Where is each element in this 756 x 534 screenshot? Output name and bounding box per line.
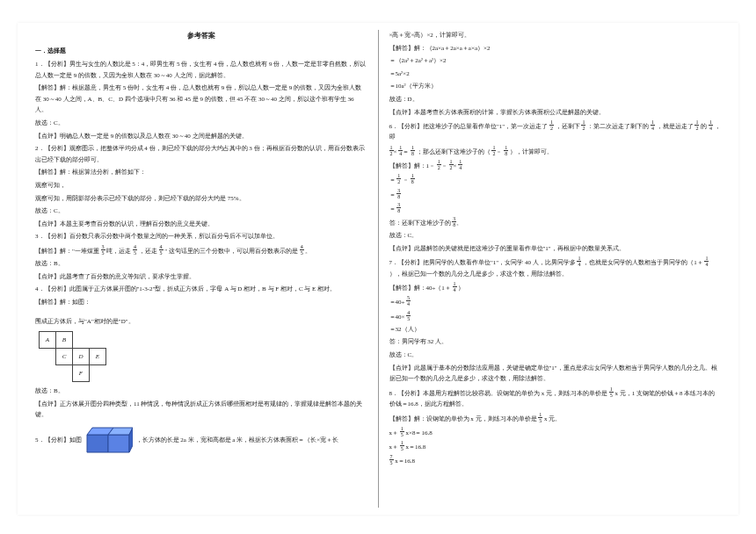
page: 参考答案 一．选择题 1．【分析】男生与女生的人数比是 5：4，即男生有 5 份… xyxy=(18,23,738,515)
net-cell-a: A xyxy=(40,332,56,349)
q6-eq2: ＝ 38 xyxy=(389,188,722,200)
q3-answer: 故选：B。 xyxy=(35,258,367,270)
q2-analysis: 2．【分析】观察图示，把整体平均分成 4 份，则已经下载的部分大约占其中的 3 … xyxy=(35,143,367,165)
frac-3-5: 35 xyxy=(101,244,105,256)
q5-after: ，长方体的长是 2a 米，宽和高都是 a 米，根据长方体表面积＝（长×宽＋长 xyxy=(136,435,339,446)
svg-marker-0 xyxy=(87,435,108,452)
cube-net: A B C D E F xyxy=(39,331,367,382)
q7-e3: ＝32（人） xyxy=(389,324,722,336)
q7-e1: ＝40÷ 54 xyxy=(389,295,722,307)
q5-cont-l1: ×高＋宽×高）×2，计算即可。 xyxy=(389,30,722,41)
q2-line2: 观察可知，用阴影部分表示已经下载的部分，则已经下载的部分大约是 75%。 xyxy=(35,193,367,205)
q5-e2: ＝5a²×2 xyxy=(389,69,722,80)
q7-point: 【点评】此题属于基本的分数除法应用题，关键是确定单位"1"，重点是求出女同学人数… xyxy=(389,363,722,385)
net-cell-b: B xyxy=(56,332,73,349)
q5-prefix: 5．【分析】如图 xyxy=(35,435,82,446)
q6-solve: 【解答】解：1－ 12－ 12× 14 xyxy=(389,159,722,171)
q5-row: 5．【分析】如图 ，长方体的长是 2a 米，宽和高都是 a 米，根据长方体表面积… xyxy=(35,426,367,454)
q8-eq1: x＋ 15 x×8＝16.8 xyxy=(389,426,722,438)
frac-4-5b: 45 xyxy=(159,244,164,256)
q8-solve: 【解答】解：设钢笔的单价为 x 元，则练习本的单价是 15 x 元。 xyxy=(389,412,722,424)
q6-answer: 故选：C。 xyxy=(389,230,722,242)
q3-solve-4: " 这句话里的三个分数中，可以用百分数表示的是 xyxy=(164,248,298,255)
q4-point: 【点评】正方体展开图分四种类型，11 种情况，每种情况折成正方体后哪些面相对是有… xyxy=(35,399,367,421)
svg-marker-1 xyxy=(108,435,129,452)
q3-analysis: 3．【分析】百分数只表示分数中两个数量之间的一种关系，所以百分号后不可以加单位。 xyxy=(35,231,367,242)
q4-analysis: 4．【分析】此图属于正方体展开图的"1-3-2"型，折成正方体后，字母 A 与 … xyxy=(35,284,367,295)
section-heading: 一．选择题 xyxy=(35,46,367,57)
net-cell-f: F xyxy=(73,365,90,382)
q7-e2: ＝40× 45 xyxy=(389,310,722,322)
q5-e1: ＝（2a²＋2a²＋a²）×2 xyxy=(389,55,722,67)
q5-answer: 故选：D。 xyxy=(389,94,722,105)
q7-answer: 故选：C。 xyxy=(389,350,722,361)
columns: 参考答案 一．选择题 1．【分析】男生与女生的人数比是 5：4，即男生有 5 份… xyxy=(35,30,721,508)
q3-solve-1: 【解答】解："一堆煤重 xyxy=(35,248,99,255)
q1-solve: 【解答】解：根据题意，男生有 5 份时，女生有 4 份，总人数也就有 9 份，所… xyxy=(35,83,367,116)
net-cell-c: C xyxy=(56,349,73,365)
net-cell-d: D xyxy=(73,349,90,365)
q8-eq2: x＋ 15 x＝16.8 xyxy=(389,440,722,452)
q2-line1: 观察可知， xyxy=(35,180,367,191)
q5-point: 【点评】本题考查长方体表面积的计算，掌握长方体表面积公式是解题的关键。 xyxy=(389,107,722,119)
q2-answer: 故选：C。 xyxy=(35,206,367,217)
q6-eq3: ＝ 38 xyxy=(389,202,722,214)
q3-solve: 【解答】解："一堆煤重 35 吨，运走 45 ，还走 45 " 这句话里的三个分… xyxy=(35,244,367,256)
q8-eq3: 75 x＝16.8 xyxy=(389,454,722,466)
q3-solve-3: ，还走 xyxy=(139,248,157,255)
q6-eq1: ＝ 12 － 18 xyxy=(389,173,722,185)
q1-answer: 故选：C。 xyxy=(35,118,367,129)
cuboid-icon xyxy=(85,426,133,454)
q6-analysis: 6．【分析】把这堆沙子的总量看作单位"1"，第一次运走了 12 ，还剩下 12 … xyxy=(389,119,722,143)
right-column: ×高＋宽×高）×2，计算即可。 【解答】解：（2a×a＋2a×a＋a×a）×2 … xyxy=(389,30,722,508)
q1-analysis: 1．【分析】男生与女生的人数比是 5：4，即男生有 5 份，女生有 4 份，总人… xyxy=(35,59,367,81)
frac-4-5: 45 xyxy=(133,244,137,256)
q6-ansline: 答：还剩下这堆沙子的 38。 xyxy=(389,216,722,228)
q7-ansline: 答：男同学有 32 人。 xyxy=(389,336,722,348)
q4-solve: 【解答】解：如图： xyxy=(35,297,367,308)
frac-4-5c: 45 xyxy=(300,244,304,256)
q1-point: 【点评】明确总人数一定是 9 的倍数以及总人数在 30～40 之间是解题的关键。 xyxy=(35,131,367,142)
doc-title: 参考答案 xyxy=(35,30,367,42)
q2-solve: 【解答】解：根据算法分析，解答如下： xyxy=(35,167,367,178)
q5-e3: ＝10a²（平方米） xyxy=(389,81,722,92)
q4-answer: 故选：B。 xyxy=(35,386,367,397)
q2-point: 【点评】本题主要考查百分数的认识，理解百分数的意义是关键。 xyxy=(35,219,367,230)
q5-solve: 【解答】解：（2a×a＋2a×a＋a×a）×2 xyxy=(389,43,722,54)
q3-solve-5: 。 xyxy=(305,248,311,255)
q3-point: 【点评】此题考查了百分数的意义等知识，要求学生掌握。 xyxy=(35,271,367,283)
left-column: 参考答案 一．选择题 1．【分析】男生与女生的人数比是 5：4，即男生有 5 份… xyxy=(35,30,379,508)
q4-after-net: 围成正方体后，与"A"相对的是"D"。 xyxy=(35,316,367,328)
q3-solve-2: 吨，运走 xyxy=(106,248,131,255)
q7-analysis: 7．【分析】把男同学的人数看作单位"1"，女同学 40 人，比男同学多 14 ，… xyxy=(389,256,722,279)
q6-point: 【点评】此题解答的关键就是把这堆沙子的重量看作单位"1"，再根据中的数量关系式。 xyxy=(389,243,722,255)
q6-analysis-cont: 12× 14＝ 18 ；那么还剩下这堆沙子的（ 12－ 18 ），计算即可。 xyxy=(389,145,722,157)
net-cell-e: E xyxy=(90,349,106,365)
q8-analysis: 8．【分析】本题用方程解答比较容易。设钢笔的单价为 x 元，则练习本的单价是 1… xyxy=(389,386,722,410)
q7-solve: 【解答】解：40÷（1＋ 14 ） xyxy=(389,281,722,293)
